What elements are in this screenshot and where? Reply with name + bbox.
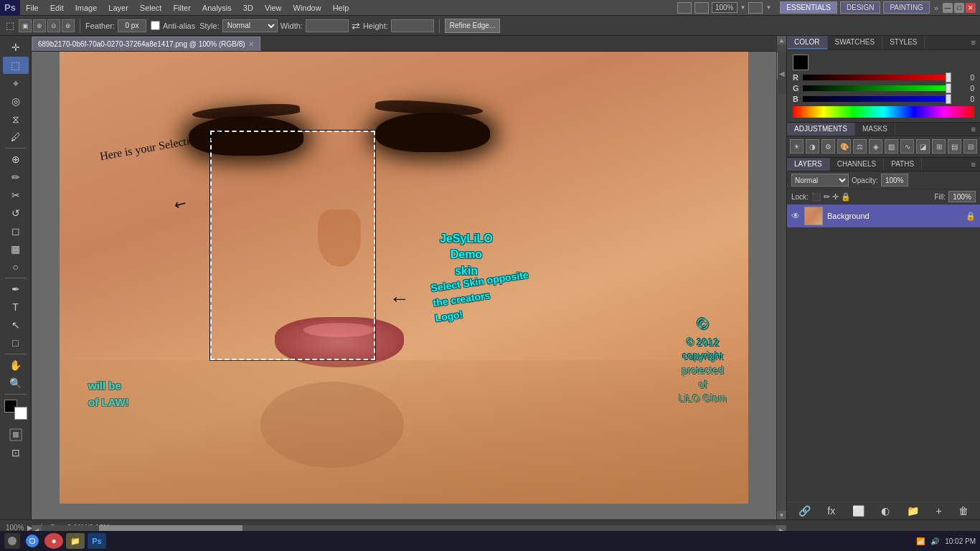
- delete-layer-icon[interactable]: 🗑: [958, 505, 969, 517]
- adj-icon-8[interactable]: ∿: [900, 139, 914, 154]
- height-input[interactable]: [391, 19, 434, 32]
- tab-adjustments[interactable]: ADJUSTMENTS: [787, 123, 855, 136]
- menu-help[interactable]: Help: [327, 2, 355, 14]
- minimize-button[interactable]: —: [943, 3, 953, 13]
- adj-panel-menu[interactable]: ≡: [967, 123, 980, 136]
- close-button[interactable]: ✕: [966, 3, 976, 13]
- maximize-button[interactable]: □: [954, 3, 964, 13]
- tab-swatches[interactable]: SWATCHES: [828, 36, 883, 50]
- quick-select-tool[interactable]: ◎: [3, 93, 29, 110]
- workspace-essentials[interactable]: ESSENTIALS: [780, 1, 837, 14]
- tab-layers[interactable]: LAYERS: [787, 158, 830, 171]
- tab-close-icon[interactable]: ✕: [248, 40, 254, 48]
- selection-style-3[interactable]: ⊖: [47, 19, 60, 32]
- add-style-icon[interactable]: fx: [827, 505, 835, 517]
- selection-style-1[interactable]: ▣: [19, 19, 32, 32]
- tab-paths[interactable]: PATHS: [884, 158, 922, 171]
- lock-transparency-icon[interactable]: ⬛: [811, 192, 821, 202]
- adj-icon-9[interactable]: ◪: [916, 139, 930, 154]
- layer-row-background[interactable]: 👁 Background 🔒: [787, 204, 980, 228]
- adj-icon-12[interactable]: ⊟: [963, 139, 977, 154]
- new-group-icon[interactable]: 📁: [907, 505, 919, 517]
- adj-icon-2[interactable]: ◑: [806, 139, 819, 154]
- layers-panel-menu[interactable]: ≡: [967, 158, 980, 171]
- link-layers-icon[interactable]: 🔗: [798, 505, 811, 517]
- crop-tool[interactable]: ⧖: [3, 110, 29, 128]
- taskbar-apple[interactable]: [4, 533, 20, 549]
- clone-stamp-tool[interactable]: ✂: [3, 187, 29, 204]
- move-tool[interactable]: ✛: [3, 39, 29, 56]
- width-input[interactable]: [306, 19, 349, 32]
- document-tab[interactable]: 689b2170-0b6f-70a0-0270-37264a8e1417.png…: [32, 37, 260, 51]
- adj-icon-7[interactable]: ▧: [885, 139, 898, 154]
- menu-select[interactable]: Select: [134, 2, 168, 14]
- menu-file[interactable]: File: [20, 2, 44, 14]
- taskbar-photoshop[interactable]: Ps: [88, 533, 106, 549]
- brush-tool[interactable]: ✏: [3, 169, 29, 186]
- taskbar-red-circle[interactable]: ●: [44, 533, 63, 549]
- b-slider-handle[interactable]: [946, 94, 951, 104]
- fg-swatch[interactable]: [793, 55, 809, 70]
- tab-styles[interactable]: STYLES: [882, 36, 925, 50]
- screen-mode-tool[interactable]: ⊡: [3, 444, 29, 461]
- g-slider-track[interactable]: [803, 85, 951, 91]
- r-slider-handle[interactable]: [946, 72, 951, 83]
- workspace-painting[interactable]: PAINTING: [883, 1, 929, 14]
- menu-edit[interactable]: Edit: [44, 2, 70, 14]
- tab-masks[interactable]: MASKS: [855, 123, 895, 136]
- new-adjustment-icon[interactable]: ◐: [881, 505, 890, 517]
- adj-icon-4[interactable]: 🎨: [837, 139, 851, 154]
- canvas-vscrollbar[interactable]: ▲ ▼: [776, 36, 786, 519]
- lock-image-icon[interactable]: ✏: [824, 192, 830, 202]
- path-select-tool[interactable]: ↖: [3, 316, 29, 334]
- menu-image[interactable]: Image: [70, 2, 103, 14]
- menu-view[interactable]: View: [259, 2, 288, 14]
- adj-icon-1[interactable]: ☀: [790, 139, 804, 154]
- dodge-tool[interactable]: ○: [3, 258, 29, 276]
- eyedropper-tool[interactable]: 🖊: [3, 128, 29, 146]
- color-spectrum-bar[interactable]: [793, 106, 974, 118]
- workspace-design[interactable]: DESIGN: [840, 1, 880, 14]
- style-dropdown[interactable]: Normal Fixed Ratio Fixed Size: [222, 19, 278, 32]
- hand-tool[interactable]: ✋: [3, 357, 29, 374]
- marquee-tool[interactable]: ⬚: [3, 57, 29, 74]
- selection-style-4[interactable]: ⊗: [62, 19, 75, 32]
- adj-icon-5[interactable]: ⚖: [853, 139, 867, 154]
- blend-mode-dropdown[interactable]: Normal Multiply Screen: [791, 174, 849, 187]
- g-slider-handle[interactable]: [946, 83, 951, 93]
- opacity-input[interactable]: [881, 174, 908, 187]
- tab-color[interactable]: COLOR: [787, 36, 828, 50]
- adj-icon-10[interactable]: ⊞: [932, 139, 946, 154]
- gradient-tool[interactable]: ▦: [3, 240, 29, 258]
- canvas-area[interactable]: 689b2170-0b6f-70a0-0270-37264a8e1417.png…: [32, 36, 776, 519]
- lock-position-icon[interactable]: ✛: [832, 192, 839, 202]
- menu-layer[interactable]: Layer: [103, 2, 134, 14]
- background-color[interactable]: [14, 407, 27, 420]
- taskbar-chrome[interactable]: [23, 533, 42, 549]
- swap-dimensions-icon[interactable]: ⇄: [352, 20, 360, 32]
- selection-style-2[interactable]: ⊕: [33, 19, 46, 32]
- quick-mask-tool[interactable]: [3, 426, 29, 443]
- eraser-tool[interactable]: ◻: [3, 222, 29, 240]
- refine-edge-button[interactable]: Refine Edge...: [445, 19, 500, 33]
- feather-input[interactable]: [118, 19, 146, 32]
- vscroll-down[interactable]: ▼: [777, 511, 786, 519]
- color-panel-menu[interactable]: ≡: [967, 36, 980, 50]
- canvas-scroll[interactable]: Here is your Selection tool! ↙ JeSyLiLOD…: [32, 52, 776, 519]
- lock-all-icon[interactable]: 🔒: [841, 192, 851, 202]
- adj-icon-3[interactable]: ⚙: [821, 139, 835, 154]
- shape-tool[interactable]: □: [3, 334, 29, 352]
- spot-heal-tool[interactable]: ⊕: [3, 151, 29, 168]
- vscroll-up[interactable]: ▲: [777, 36, 786, 44]
- fill-input[interactable]: [948, 191, 976, 202]
- new-layer-icon[interactable]: +: [936, 505, 941, 517]
- lasso-tool[interactable]: ⌖: [3, 75, 29, 92]
- adj-icon-11[interactable]: ▤: [948, 139, 961, 154]
- b-slider-track[interactable]: [803, 96, 951, 102]
- antialias-checkbox[interactable]: [151, 21, 160, 30]
- r-slider-track[interactable]: [803, 75, 951, 80]
- menu-filter[interactable]: Filter: [167, 2, 196, 14]
- menu-analysis[interactable]: Analysis: [197, 2, 237, 14]
- history-brush-tool[interactable]: ↺: [3, 204, 29, 222]
- taskbar-folder[interactable]: 📁: [66, 533, 85, 549]
